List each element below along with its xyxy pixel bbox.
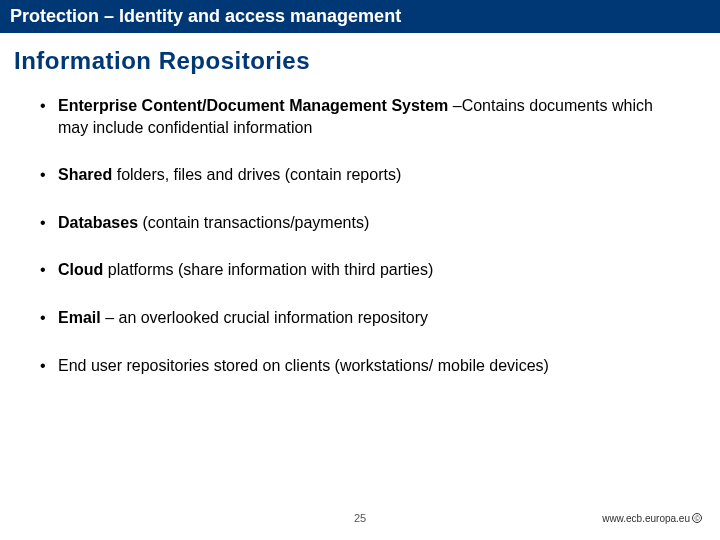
list-item-text: folders, files and drives (contain repor… [112, 166, 401, 183]
list-item-bold: Shared [58, 166, 112, 183]
list-item-bold: Enterprise Content/Document Management S… [58, 97, 453, 114]
list-item: Databases (contain transactions/payments… [40, 212, 680, 234]
copyright-icon: © [692, 513, 702, 523]
page-number: 25 [354, 512, 366, 524]
list-item: Enterprise Content/Document Management S… [40, 95, 680, 138]
content-area: Enterprise Content/Document Management S… [0, 85, 720, 540]
list-item-text: – an overlooked crucial information repo… [101, 309, 428, 326]
list-item-text: End user repositories stored on clients … [58, 357, 549, 374]
slide: Protection – Identity and access managem… [0, 0, 720, 540]
bullet-list: Enterprise Content/Document Management S… [40, 95, 680, 376]
slide-header-title: Protection – Identity and access managem… [10, 6, 401, 26]
list-item: Cloud platforms (share information with … [40, 259, 680, 281]
list-item-bold: Databases [58, 214, 138, 231]
list-item: Email – an overlooked crucial informatio… [40, 307, 680, 329]
list-item-text: (contain transactions/payments) [138, 214, 369, 231]
footer-site-text: www.ecb.europa.eu [602, 513, 690, 524]
list-item-bold: Email [58, 309, 101, 326]
list-item: End user repositories stored on clients … [40, 355, 680, 377]
footer-site: www.ecb.europa.eu© [602, 513, 702, 524]
slide-header: Protection – Identity and access managem… [0, 0, 720, 33]
list-item: Shared folders, files and drives (contai… [40, 164, 680, 186]
section-title: Information Repositories [0, 33, 720, 85]
list-item-text: platforms (share information with third … [103, 261, 433, 278]
list-item-bold: Cloud [58, 261, 103, 278]
